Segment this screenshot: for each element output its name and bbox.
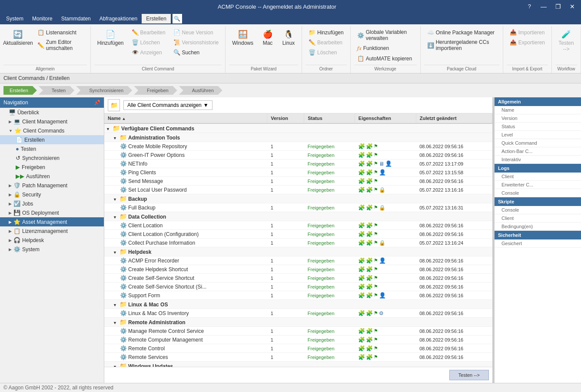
table-row[interactable]: ⚙️ Create Self-Service Shortcut (Si... 1… xyxy=(104,282,492,291)
table-row[interactable]: ⚙️ NETInfo 1 Freigegeben 🧩🧩⚑🖥👤 05.07.202… xyxy=(104,159,492,168)
testen-bottom-button[interactable]: Testen --> xyxy=(449,370,489,380)
help-button[interactable]: ? xyxy=(525,2,535,11)
workflow-step-testen[interactable]: Testen xyxy=(39,86,74,95)
table-row[interactable]: ▼ 📁 Remote Administration xyxy=(104,318,492,327)
sidebar-item-uberblick[interactable]: 🖥️ Überblick xyxy=(0,108,104,117)
linux-button[interactable]: 🐧 Linux xyxy=(279,28,298,48)
table-row[interactable]: ▼ 📁 Verfügbare Client Commands xyxy=(104,123,492,133)
mac-button[interactable]: 🍎 Mac xyxy=(258,28,277,48)
table-row[interactable]: ⚙️ Linux & Mac OS Inventory 1 Freigegebe… xyxy=(104,309,492,318)
sidebar-item-lizenzmanagement[interactable]: ▶ 📋 Lizenzmanagement xyxy=(0,226,104,236)
table-row[interactable]: ▼ 📁 Administration Tools xyxy=(104,133,492,142)
testen-workflow-button[interactable]: 🧪 Testen --> xyxy=(555,28,577,54)
anzeigen-button[interactable]: 👁️ Anzeigen xyxy=(129,48,169,57)
view-dropdown[interactable]: Alle Client Commands anzeigen ▼ xyxy=(123,100,212,110)
table-row[interactable]: ⚙️ Manage Remote Control Service 1 Freig… xyxy=(104,327,492,336)
sidebar-item-synchronisieren[interactable]: ↺ Synchronisieren xyxy=(0,153,104,163)
table-row[interactable]: ▼ 📁 Backup xyxy=(104,194,492,203)
menu-search-button[interactable]: 🔍 xyxy=(173,14,182,23)
table-row[interactable]: ▼ 📁 Linux & Mac OS xyxy=(104,300,492,309)
table-row[interactable]: ⚙️ Send Message 1 Freigegeben 🧩🧩⚑ 08.06.… xyxy=(104,177,492,186)
sidebar-item-erstellen[interactable]: 📄 Erstellen xyxy=(0,135,104,144)
table-row[interactable]: ⚙️ Ping Clients 1 Freigegeben 🧩🧩⚑👤 05.07… xyxy=(104,168,492,177)
online-package-manager-button[interactable]: ☁️ Online Package Manager xyxy=(424,28,499,37)
zum-editor-button[interactable]: ✏️ Zum Editor umschalten xyxy=(34,38,87,53)
table-row[interactable]: ⚙️ Create Mobile Repository 1 Freigegebe… xyxy=(104,142,492,151)
tree-expand-icon[interactable]: ▼ xyxy=(113,303,117,307)
menu-abfrageaktionen[interactable]: Abfrageaktionen xyxy=(95,14,142,23)
heruntergeladene-ccs-button[interactable]: ⬇️ Heruntergeladene CCs importieren xyxy=(424,38,499,53)
funktionen-button[interactable]: 𝑓𝑥 Funktionen xyxy=(354,43,417,53)
menu-erstellen[interactable]: Erstellen xyxy=(142,14,171,23)
sidebar-pin-icon[interactable]: 📌 xyxy=(94,100,100,106)
tree-expand-icon[interactable]: ▼ xyxy=(113,250,117,255)
workflow-step-freigeben[interactable]: Freigeben xyxy=(134,86,177,95)
table-row[interactable]: ⚙️ Client Location 1 Freigegeben 🧩🧩⚑ 08.… xyxy=(104,221,492,230)
col-version[interactable]: Version xyxy=(267,113,304,123)
tree-expand-icon[interactable]: ▼ xyxy=(113,197,117,202)
tree-expand-icon[interactable]: ▼ xyxy=(113,215,117,219)
hinzufuegen-ordner-button[interactable]: 📁 Hinzufügen xyxy=(305,28,347,37)
windows-button[interactable]: 🪟 Windows xyxy=(229,28,256,48)
table-row[interactable]: ⚙️ Remote Control 1 Freigegeben 🧩🧩⚑ 08.0… xyxy=(104,344,492,353)
col-zuletzt[interactable]: Zuletzt geändert xyxy=(416,113,492,123)
globale-variablen-button[interactable]: ⚙️ Globale Variablen verwalten xyxy=(354,28,417,43)
menu-monitore[interactable]: Monitore xyxy=(28,14,57,23)
versionshistorie-button[interactable]: 📜 Versionshistorie xyxy=(170,38,222,47)
loeschen-ordner-button[interactable]: 🗑️ Löschen xyxy=(305,48,347,57)
menu-system[interactable]: System xyxy=(2,14,28,23)
table-row[interactable]: ⚙️ Collect Purchase Information 1 Freige… xyxy=(104,239,492,247)
table-row[interactable]: ⚙️ Support Form 1 Freigegeben 🧩🧩⚑👤 08.06… xyxy=(104,291,492,300)
bearbeiten-button[interactable]: ✏️ Bearbeiten xyxy=(129,28,169,37)
sidebar-item-client-management[interactable]: ▶ 💻 Client Management xyxy=(0,117,104,126)
hinzufuegen-button[interactable]: 📄 Hinzufügen xyxy=(94,28,127,48)
minimize-button[interactable]: — xyxy=(538,2,549,11)
table-row[interactable]: ⚙️ Full Backup 1 Freigegeben 🧩🧩⚑🔒 05.07.… xyxy=(104,203,492,212)
table-row[interactable]: ▼ 📁 Helpdesk xyxy=(104,247,492,256)
table-row[interactable]: ⚙️ Remote Computer Management 1 Freigege… xyxy=(104,336,492,344)
neue-version-button[interactable]: 📄 Neue Version xyxy=(170,28,222,37)
table-row[interactable]: ⚙️ Client Location (Configuration) 1 Fre… xyxy=(104,230,492,239)
workflow-step-ausfuehren[interactable]: Ausführen xyxy=(179,86,222,95)
automate-button[interactable]: 📋 AutoMATE kopieren xyxy=(354,54,417,63)
table-row[interactable]: ▼ 📁 Windows Updates xyxy=(104,362,492,367)
col-name[interactable]: Name xyxy=(104,113,267,123)
loeschen-button[interactable]: 🗑️ Löschen xyxy=(129,38,169,47)
tree-expand-icon[interactable]: ▼ xyxy=(113,321,117,325)
table-row[interactable]: ⚙️ Create Helpdesk Shortcut 1 Freigegebe… xyxy=(104,265,492,274)
suchen-button[interactable]: 🔍 Suchen xyxy=(170,48,222,57)
sidebar-item-testen[interactable]: ● Testen xyxy=(0,144,104,153)
sidebar-item-jobs[interactable]: ▶ ☑️ Jobs xyxy=(0,199,104,208)
col-status[interactable]: Status xyxy=(304,113,355,123)
tree-expand-icon[interactable]: ▼ xyxy=(113,136,117,140)
bearbeiten-ordner-button[interactable]: ✏️ Bearbeiten xyxy=(305,38,347,47)
table-row[interactable]: ⚙️ Remote Services 1 Freigegeben 🧩🧩⚑ 08.… xyxy=(104,353,492,362)
sidebar-item-system[interactable]: ▶ ⚙️ System xyxy=(0,245,104,254)
sidebar-item-os-deployment[interactable]: ▶ 💾 OS Deployment xyxy=(0,208,104,217)
sidebar-item-security[interactable]: ▶ 🔒 Security xyxy=(0,190,104,199)
maximize-button[interactable]: ❐ xyxy=(553,2,564,11)
folder-view-button[interactable]: 📁 xyxy=(108,99,120,111)
sidebar-item-ausfuehren[interactable]: ▶▶ Ausführen xyxy=(0,172,104,181)
sidebar-item-freigeben[interactable]: ▶ Freigeben xyxy=(0,163,104,172)
listenansicht-button[interactable]: 📋 Listenansicht xyxy=(34,28,87,37)
sidebar-item-client-commands[interactable]: ▼ ⭐ Client Commands xyxy=(0,126,104,135)
table-row[interactable]: ⚙️ Green-IT Power Options 1 Freigegeben … xyxy=(104,151,492,159)
close-button[interactable]: ✕ xyxy=(567,2,578,11)
menu-stammdaten[interactable]: Stammdaten xyxy=(57,14,95,23)
tree-expand-icon[interactable]: ▼ xyxy=(106,127,110,131)
table-row[interactable]: ▼ 📁 Data Collection xyxy=(104,212,492,221)
sidebar-item-asset-management[interactable]: ▶ ⭐ Asset Management xyxy=(0,217,104,226)
exportieren-button[interactable]: 📤 Exportieren xyxy=(507,38,548,47)
col-eigenschaften[interactable]: Eigenschaften xyxy=(355,113,416,123)
sidebar-item-helpdesk[interactable]: ▶ 🎧 Helpdesk xyxy=(0,236,104,245)
table-row[interactable]: ⚙️ Create Self-Service Shortcut 1 Freige… xyxy=(104,274,492,282)
workflow-step-erstellen[interactable]: Erstellen xyxy=(3,86,37,95)
workflow-step-synchronisieren[interactable]: Synchronisieren xyxy=(76,86,132,95)
sidebar-item-patch-management[interactable]: ▶ 🛡️ Patch Management xyxy=(0,181,104,190)
prop-value xyxy=(565,239,581,248)
aktualisieren-button[interactable]: 🔄 Aktualisieren xyxy=(3,28,33,48)
table-row[interactable]: ⚙️ ACMP Error Recorder 1 Freigegeben 🧩🧩⚑… xyxy=(104,256,492,265)
table-row[interactable]: ⚙️ Set Local User Password 1 Freigegeben… xyxy=(104,186,492,194)
importieren-button[interactable]: 📥 Importieren xyxy=(507,28,548,37)
